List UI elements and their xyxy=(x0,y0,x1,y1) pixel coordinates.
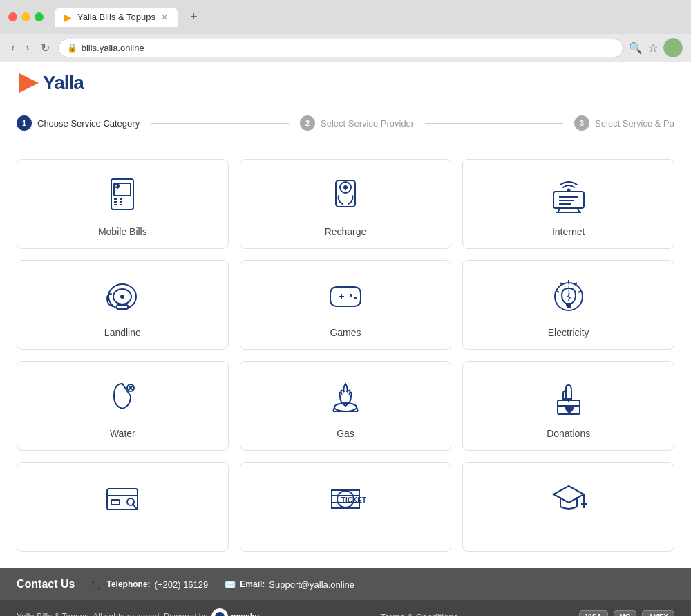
payment-methods: VISA MC AMEX xyxy=(579,610,674,617)
phone-icon: 📞 xyxy=(91,579,102,590)
step3-label: Select Service & Pa xyxy=(595,118,674,129)
step1-circle: 1 xyxy=(17,115,32,131)
tickets-icon: TICKET xyxy=(323,476,368,523)
service-card-gas[interactable]: Gas xyxy=(240,361,452,451)
internet-label: Internet xyxy=(552,226,585,237)
footer: Contact Us 📞 Telephone: (+202) 16129 ✉️ … xyxy=(0,568,691,616)
svg-point-30 xyxy=(350,294,352,297)
url-text: bills.yalla.online xyxy=(82,43,614,53)
footer-main: Contact Us 📞 Telephone: (+202) 16129 ✉️ … xyxy=(0,568,691,600)
footer-email: ✉️ Email: Support@yalla.online xyxy=(225,579,354,590)
donations-label: Donations xyxy=(547,428,590,439)
terms-link[interactable]: Terms & Conditions xyxy=(380,612,458,617)
electricity-label: Electricity xyxy=(548,327,589,338)
maximize-button[interactable] xyxy=(35,12,44,21)
browser-chrome: ▶ Yalla Bills & Topups ✕ + ‹ › ↻ 🔒 bills… xyxy=(0,0,691,62)
svg-marker-0 xyxy=(19,73,39,93)
address-bar[interactable]: 🔒 bills.yalla.online xyxy=(58,39,623,57)
svg-marker-59 xyxy=(553,486,584,503)
copyright-text: Yalla Bills & Topups, All rights reserve… xyxy=(17,612,207,616)
svg-point-15 xyxy=(343,185,348,189)
browser-controls xyxy=(8,12,44,21)
step-line-1 xyxy=(151,123,289,124)
step2-label: Select Service Provider xyxy=(321,118,414,129)
water-label: Water xyxy=(110,428,135,439)
svg-point-31 xyxy=(354,297,357,299)
search-button[interactable]: 🔍 xyxy=(629,41,643,55)
card-payment-icon xyxy=(100,476,144,523)
gas-icon xyxy=(323,375,368,422)
footer-bottom: Yalla Bills & Topups, All rights reserve… xyxy=(0,600,691,616)
logo-text: Yalla xyxy=(43,72,84,94)
service-card-education[interactable] xyxy=(462,462,674,552)
service-card-electricity[interactable]: Electricity xyxy=(462,260,674,350)
service-card-landline[interactable]: Landline xyxy=(17,260,229,350)
tab-favicon: ▶ xyxy=(64,12,72,23)
service-card-water[interactable]: Water xyxy=(17,361,229,451)
phone-number: (+202) 16129 xyxy=(155,579,209,590)
step-2: 2 Select Service Provider xyxy=(300,115,414,131)
recharge-label: Recharge xyxy=(325,226,367,237)
paysky-icon xyxy=(211,608,228,616)
service-card-internet[interactable]: Internet xyxy=(462,159,674,249)
app-header: Yalla xyxy=(0,62,691,104)
step1-label: Choose Service Category xyxy=(37,118,140,129)
gas-label: Gas xyxy=(337,428,354,439)
reload-button[interactable]: ↻ xyxy=(38,39,53,57)
minimize-button[interactable] xyxy=(21,12,30,21)
step2-circle: 2 xyxy=(300,115,315,131)
water-icon xyxy=(100,375,144,422)
services-grid: $ Mobile Bills Recharge xyxy=(0,142,691,568)
bookmark-button[interactable]: ☆ xyxy=(648,41,658,55)
service-card-recharge[interactable]: Recharge xyxy=(240,159,452,249)
email-icon: ✉️ xyxy=(225,579,236,590)
tab-close-button[interactable]: ✕ xyxy=(161,12,168,22)
footer-phone: 📞 Telephone: (+202) 16129 xyxy=(91,579,208,590)
service-card-tickets[interactable]: TICKET xyxy=(240,462,452,552)
email-address: Support@yalla.online xyxy=(269,579,354,590)
service-card-donations[interactable]: Donations xyxy=(462,361,674,451)
education-icon xyxy=(547,476,591,523)
email-label: Email: xyxy=(240,579,265,589)
nav-icons: 🔍 ☆ xyxy=(629,38,683,57)
svg-point-20 xyxy=(567,189,570,192)
svg-rect-27 xyxy=(117,305,128,309)
mobile-bills-label: Mobile Bills xyxy=(98,226,147,237)
step-1: 1 Choose Service Category xyxy=(17,115,140,131)
close-button[interactable] xyxy=(8,12,17,21)
internet-icon xyxy=(547,174,591,221)
svg-point-26 xyxy=(120,295,124,299)
paysky-logo: paysky xyxy=(211,608,259,616)
profile-avatar[interactable] xyxy=(663,38,683,57)
landline-label: Landline xyxy=(104,327,141,338)
amex-badge: AMEX xyxy=(642,610,674,617)
new-tab-button[interactable]: + xyxy=(183,6,205,28)
svg-point-43 xyxy=(334,403,357,411)
step-3: 3 Select Service & Pa xyxy=(574,115,674,131)
logo-icon xyxy=(17,71,41,95)
svg-line-39 xyxy=(556,291,559,292)
mobile-bills-icon: $ xyxy=(100,174,144,221)
stepper: 1 Choose Service Category 2 Select Servi… xyxy=(0,104,691,142)
service-card-games[interactable]: Games xyxy=(240,260,452,350)
mastercard-badge: MC xyxy=(614,610,637,617)
step-line-2 xyxy=(425,123,563,124)
tab-title: Yalla Bills & Topups xyxy=(77,12,155,22)
step3-circle: 3 xyxy=(574,115,589,131)
paysky-text: paysky xyxy=(231,612,259,616)
games-icon xyxy=(323,274,368,321)
visa-badge: VISA xyxy=(579,610,607,617)
browser-nav: ‹ › ↻ 🔒 bills.yalla.online 🔍 ☆ xyxy=(0,34,691,62)
phone-label: Telephone: xyxy=(106,579,150,589)
forward-button[interactable]: › xyxy=(23,39,32,57)
browser-titlebar: ▶ Yalla Bills & Topups ✕ + xyxy=(0,0,691,34)
service-card-mobile-bills[interactable]: $ Mobile Bills xyxy=(17,159,229,249)
landline-icon xyxy=(100,274,144,321)
footer-copyright: Yalla Bills & Topups, All rights reserve… xyxy=(17,608,259,616)
service-card-card-payment[interactable] xyxy=(17,462,229,552)
recharge-icon xyxy=(323,174,368,221)
games-label: Games xyxy=(330,327,361,338)
donations-icon xyxy=(547,375,591,422)
back-button[interactable]: ‹ xyxy=(8,39,17,57)
browser-tab[interactable]: ▶ Yalla Bills & Topups ✕ xyxy=(55,8,178,27)
